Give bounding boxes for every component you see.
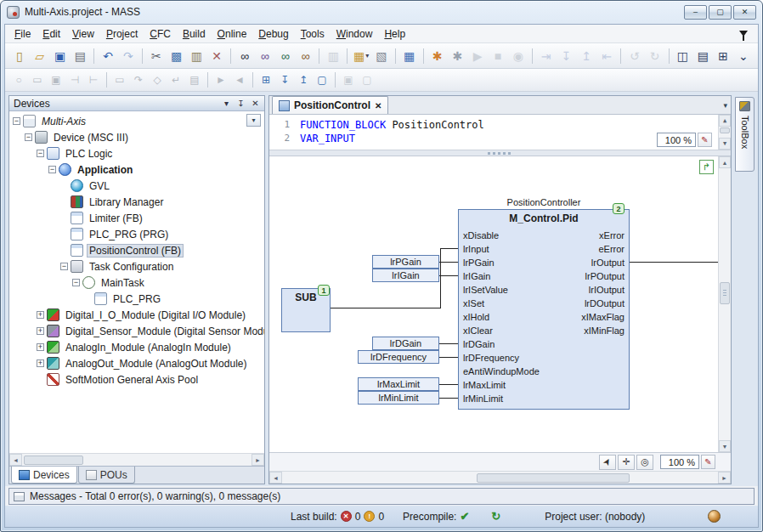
expander-icon[interactable]: + xyxy=(37,311,44,319)
menu-item-build[interactable]: Build xyxy=(177,26,212,42)
menu-item-window[interactable]: Window xyxy=(331,26,379,42)
print-button[interactable]: ▤ xyxy=(71,47,89,65)
find-button[interactable]: ∞ xyxy=(235,47,254,65)
cfc-canvas[interactable]: PositionController M_Control.Pid xDisabl… xyxy=(269,156,718,452)
breakpoint-button[interactable]: ◉ xyxy=(509,47,528,65)
expander-icon[interactable]: − xyxy=(25,133,32,141)
input-source-box[interactable]: lrPGain xyxy=(372,255,439,269)
menu-item-help[interactable]: Help xyxy=(378,26,411,42)
filter-icon[interactable] xyxy=(739,31,748,37)
window-new-button[interactable]: ⊞ xyxy=(714,47,732,65)
maximize-button[interactable]: ▢ xyxy=(709,5,732,20)
cfc-edit-worksheet-button[interactable]: ⊞ xyxy=(257,71,274,88)
tree-item[interactable]: −PLC Logic xyxy=(9,145,264,161)
tree-item[interactable]: PositionControl (FB) xyxy=(9,242,264,258)
tree-item[interactable]: −Task Configuration xyxy=(9,258,264,274)
paste-button[interactable]: ▥ xyxy=(188,47,206,65)
new-project-button[interactable]: ▯ xyxy=(10,47,29,65)
step-out-button[interactable]: ↥ xyxy=(577,47,596,65)
scroll-left-icon[interactable]: ◄ xyxy=(269,472,282,484)
step-over-button[interactable]: ⇥ xyxy=(537,47,556,65)
scroll-right-icon[interactable]: ► xyxy=(718,472,731,484)
cfc-comment-button[interactable]: ▤ xyxy=(186,71,203,88)
pin-icon[interactable]: ↧ xyxy=(236,99,246,108)
panel-menu-icon[interactable]: ▾ xyxy=(222,99,231,108)
find-replace-button[interactable]: ∞ xyxy=(256,47,274,65)
code-line[interactable]: 1FUNCTION_BLOCK PositionControl xyxy=(269,118,731,132)
input-source-box[interactable]: lrIGain xyxy=(372,269,439,282)
tree-item[interactable]: +Digital_Sensor_Module (Digital Sensor M… xyxy=(9,323,264,339)
tree-root-dropdown[interactable]: ▾ xyxy=(246,114,261,127)
window-split-button[interactable]: ◫ xyxy=(674,47,692,65)
cfc-en-eno-button[interactable]: ▭ xyxy=(29,71,46,88)
window-list-button[interactable]: ▤ xyxy=(693,47,712,65)
cfc-move-down-button[interactable]: ↧ xyxy=(276,71,293,88)
expander-icon[interactable]: + xyxy=(37,343,44,351)
stop-button[interactable]: ■ xyxy=(489,47,507,65)
vscroll-thumb[interactable] xyxy=(720,282,730,304)
auto-route-toggle-icon[interactable]: ↱ xyxy=(699,160,714,174)
login-button[interactable]: ✱ xyxy=(428,47,447,65)
scroll-down-icon[interactable]: ▼ xyxy=(719,138,731,150)
cfc-connection-source-button[interactable]: ► xyxy=(212,71,229,88)
messages-bar[interactable]: Messages - Total 0 error(s), 0 warning(s… xyxy=(8,488,755,505)
input-source-box[interactable]: lrMinLimit xyxy=(358,391,439,405)
zoom-tool-button[interactable]: ◎ xyxy=(636,455,653,470)
expander-icon[interactable]: + xyxy=(37,359,44,367)
cfc-group-button[interactable]: ▣ xyxy=(340,71,357,88)
expander-icon[interactable]: + xyxy=(37,327,44,335)
add-object-button[interactable]: ▧ xyxy=(372,47,391,65)
pan-tool-button[interactable]: ✛ xyxy=(618,455,635,470)
pid-block[interactable]: M_Control.Pid xDisablelrInputlrPGainlrIG… xyxy=(458,209,630,410)
find-next-button[interactable]: ∞ xyxy=(276,47,295,65)
scroll-down-icon[interactable]: ▼ xyxy=(719,440,731,452)
tree-item[interactable]: +AnalogIn_Module (AnalogIn Module) xyxy=(9,339,264,355)
new-object-button[interactable]: ▦▾ xyxy=(352,47,370,65)
cfc-move-up-button[interactable]: ↥ xyxy=(295,71,312,88)
editor-hscrollbar[interactable]: ◄ ► xyxy=(269,471,731,484)
tab-positioncontrol[interactable]: PositionControl ✕ xyxy=(272,96,388,114)
close-panel-icon[interactable]: ✕ xyxy=(251,99,260,108)
tree-item[interactable]: Limiter (FB) xyxy=(9,210,264,226)
panel-tab-pous[interactable]: POUs xyxy=(78,467,135,484)
tree-item[interactable]: −Application xyxy=(9,161,264,178)
tree-item[interactable]: PLC_PRG (PRG) xyxy=(9,226,264,242)
more-commands-button[interactable]: ⌄ xyxy=(734,47,753,65)
logout-button[interactable]: ✱ xyxy=(448,47,466,65)
redo-button[interactable]: ↷ xyxy=(119,47,138,65)
menu-item-edit[interactable]: Edit xyxy=(37,26,66,42)
tree-item[interactable]: −MainTask xyxy=(9,274,264,291)
expander-icon[interactable]: − xyxy=(72,279,80,286)
devices-hscrollbar[interactable]: ◄ ► xyxy=(9,453,264,466)
cfc-return-button[interactable]: ↵ xyxy=(167,71,184,88)
close-button[interactable]: ✕ xyxy=(733,5,756,20)
cfc-connection-sink-button[interactable]: ◄ xyxy=(231,71,248,88)
cfc-input-pin-button[interactable]: ⊣ xyxy=(66,71,83,88)
tab-list-dropdown-icon[interactable]: ▾ xyxy=(723,101,727,110)
expander-icon[interactable]: − xyxy=(48,166,56,173)
panel-tab-devices[interactable]: Devices xyxy=(11,467,77,484)
canvas-zoom-value[interactable]: 100 % xyxy=(660,455,699,469)
find-all-button[interactable]: ∞ xyxy=(297,47,315,65)
menu-item-view[interactable]: View xyxy=(66,26,100,42)
menu-item-online[interactable]: Online xyxy=(212,26,253,42)
tree-item[interactable]: PLC_PRG xyxy=(9,291,264,307)
hscroll-thumb[interactable] xyxy=(24,456,83,465)
input-source-box[interactable]: lrDFrequency xyxy=(358,350,439,364)
minimize-button[interactable]: – xyxy=(684,5,707,20)
scroll-left-icon[interactable]: ◄ xyxy=(9,454,22,466)
tree-item[interactable]: +AnalogOut_Module (AnalogOut Module) xyxy=(9,355,264,371)
paste-special-button[interactable]: ▥ xyxy=(324,47,342,65)
undo-button[interactable]: ↶ xyxy=(99,47,117,65)
tree-item[interactable]: SoftMotion General Axis Pool xyxy=(9,371,264,388)
step-into-button[interactable]: ↧ xyxy=(557,47,576,65)
expander-icon[interactable]: − xyxy=(60,263,68,270)
cfc-output-pin-button[interactable]: ⊢ xyxy=(85,71,102,88)
tree-item[interactable]: Library Manager xyxy=(9,194,264,210)
tree-item[interactable]: +Digital_I_O_Module (Digital I/O Module) xyxy=(9,307,264,323)
cfc-set-reset-button[interactable]: ▣ xyxy=(48,71,65,88)
open-project-button[interactable]: ▱ xyxy=(31,47,49,65)
delete-button[interactable]: ✕ xyxy=(207,47,226,65)
cut-button[interactable]: ✂ xyxy=(147,47,166,65)
menu-item-file[interactable]: File xyxy=(8,26,37,42)
